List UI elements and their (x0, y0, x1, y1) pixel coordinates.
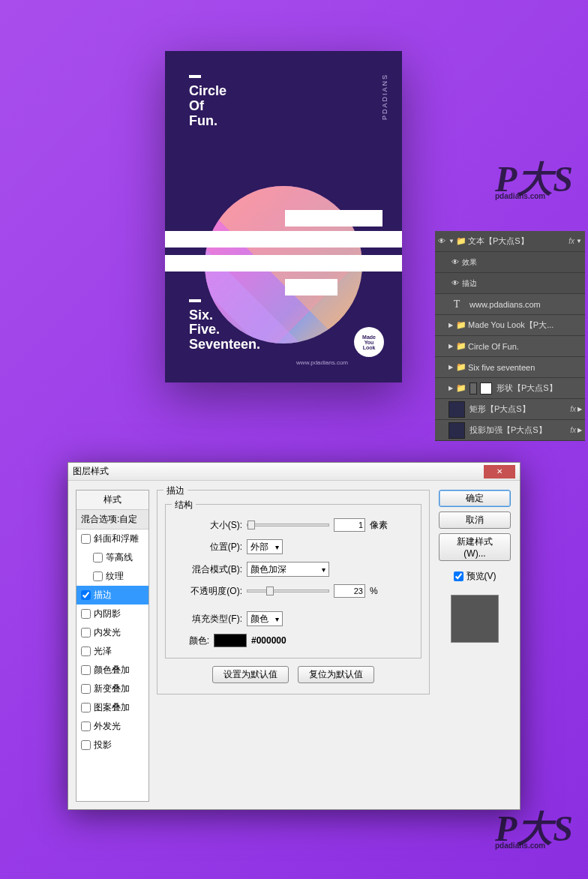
title-line: Of (189, 99, 378, 114)
layer-effects[interactable]: 👁 效果 (435, 252, 585, 273)
fx-badge[interactable]: fx (570, 426, 576, 434)
layer-label: 矩形【P大点S】 (470, 404, 568, 415)
blend-mode-select[interactable]: 颜色加深 (247, 562, 329, 577)
fill-type-label: 填充类型(F): (173, 613, 242, 626)
title-line: Circle (189, 84, 378, 99)
reset-default-button[interactable]: 复位为默认值 (298, 666, 374, 683)
style-item-inner-glow[interactable]: 内发光 (76, 623, 148, 642)
layer-label: 效果 (462, 257, 582, 268)
fx-badge[interactable]: fx (570, 405, 576, 413)
visibility-icon[interactable]: 👁 (452, 279, 462, 287)
white-stripe (165, 255, 402, 272)
blend-mode-row: 混合模式(B): 颜色加深 (173, 562, 413, 577)
folder-icon: 📁 (456, 362, 468, 372)
style-checkbox[interactable] (81, 740, 91, 750)
style-item-satin[interactable]: 光泽 (76, 642, 148, 661)
style-checkbox[interactable] (81, 722, 91, 731)
cancel-button[interactable]: 取消 (439, 512, 511, 529)
size-label: 大小(S): (173, 519, 242, 532)
style-item-stroke[interactable]: 描边 (76, 586, 148, 604)
structure-legend: 结构 (172, 499, 196, 512)
style-item-bevel[interactable]: 斜面和浮雕 (76, 530, 148, 548)
folder-icon: 📁 (456, 341, 468, 351)
style-checkbox[interactable] (93, 553, 103, 562)
fill-type-select[interactable]: 颜色 (247, 611, 283, 626)
color-swatch[interactable] (214, 634, 247, 647)
style-checkbox[interactable] (81, 684, 91, 694)
style-label: 图案叠加 (94, 701, 130, 714)
layer-label: 投影加强【P大点S】 (470, 424, 568, 436)
visibility-icon[interactable]: 👁 (438, 237, 448, 245)
layer-shadow[interactable]: 投影加强【P大点S】 fx ▶ (435, 420, 585, 441)
style-checkbox[interactable] (81, 609, 91, 619)
style-label: 光泽 (94, 645, 112, 658)
style-checkbox[interactable] (81, 703, 91, 712)
poster-badge: Made You Look (354, 327, 384, 357)
layer-folder[interactable]: ▶ 📁 Circle Of Fun. (435, 336, 585, 357)
layer-text[interactable]: T www.pdadians.com (435, 294, 585, 315)
style-label: 内阴影 (94, 608, 121, 620)
size-slider[interactable] (247, 524, 329, 526)
style-item-texture[interactable]: 纹理 (76, 567, 148, 586)
layer-group-text[interactable]: 👁 ▼ 📁 文本【P大点S】 fx ▼ (435, 231, 585, 252)
position-label: 位置(P): (173, 541, 242, 554)
style-checkbox[interactable] (81, 646, 91, 656)
expand-arrow-icon[interactable]: ▶ (448, 385, 456, 392)
color-label: 颜色: (173, 634, 209, 647)
style-checkbox[interactable] (81, 665, 91, 675)
style-item-pattern-overlay[interactable]: 图案叠加 (76, 698, 148, 717)
style-item-contour[interactable]: 等高线 (76, 548, 148, 567)
style-checkbox[interactable] (81, 534, 91, 544)
layer-folder[interactable]: ▶ 📁 Made You Look【P大... (435, 315, 585, 336)
poster-url: www.pdadians.com (296, 359, 348, 366)
style-item-color-overlay[interactable]: 颜色叠加 (76, 661, 148, 680)
layer-stroke-effect[interactable]: 👁 描边 (435, 273, 585, 294)
style-label: 外发光 (94, 720, 121, 733)
position-select[interactable]: 外部 (247, 539, 283, 554)
fx-arrow-icon[interactable]: ▼ (576, 238, 582, 244)
size-unit: 像素 (370, 519, 388, 532)
style-checkbox[interactable] (81, 590, 91, 600)
layer-thumb (448, 401, 465, 418)
expand-arrow-icon[interactable]: ▶ (448, 322, 456, 328)
visibility-icon[interactable]: 👁 (452, 258, 462, 266)
ok-button[interactable]: 确定 (439, 490, 511, 507)
layer-folder[interactable]: ▶ 📁 Six five seventeen (435, 357, 585, 378)
blend-options-item[interactable]: 混合选项:自定 (76, 510, 148, 530)
expand-arrow-icon[interactable]: ▼ (448, 238, 456, 244)
title-line: Fun. (189, 114, 378, 129)
styles-header: 样式 (76, 490, 148, 510)
fx-arrow-icon[interactable]: ▶ (578, 406, 582, 412)
new-style-button[interactable]: 新建样式(W)... (439, 533, 511, 561)
styles-list[interactable]: 样式 混合选项:自定 斜面和浮雕 等高线 纹理 描边 内阴影 内发光 光泽 颜色… (76, 490, 149, 802)
white-stripe (165, 231, 402, 248)
close-button[interactable]: ✕ (484, 465, 515, 478)
dialog-title-text: 图层样式 (73, 465, 109, 478)
style-item-drop-shadow[interactable]: 投影 (76, 736, 148, 754)
expand-arrow-icon[interactable]: ▶ (448, 343, 456, 350)
layer-shape-group[interactable]: ▶ 📁 形状【P大点S】 (435, 378, 585, 399)
panel-legend: 描边 (164, 484, 188, 497)
position-row: 位置(P): 外部 (173, 539, 413, 554)
fx-badge[interactable]: fx (568, 237, 574, 245)
style-item-inner-shadow[interactable]: 内阴影 (76, 604, 148, 623)
text-layer-icon: T (448, 296, 465, 313)
dialog-titlebar[interactable]: 图层样式 ✕ (68, 463, 520, 481)
fx-arrow-icon[interactable]: ▶ (578, 427, 582, 434)
set-default-button[interactable]: 设置为默认值 (212, 666, 289, 683)
expand-arrow-icon[interactable]: ▶ (448, 364, 456, 370)
layers-panel[interactable]: 👁 ▼ 📁 文本【P大点S】 fx ▼ 👁 效果 👁 描边 T www.pdad… (435, 231, 585, 441)
accent-bar (189, 299, 201, 302)
size-input[interactable] (334, 518, 365, 532)
layer-rect[interactable]: 矩形【P大点S】 fx ▶ (435, 399, 585, 420)
title-line: Seventeen. (189, 338, 260, 352)
style-checkbox[interactable] (81, 628, 91, 638)
style-checkbox[interactable] (93, 572, 103, 581)
preview-toggle[interactable]: 预览(V) (454, 570, 496, 583)
poster-side-label: PDADIANS (381, 74, 388, 120)
style-item-gradient-overlay[interactable]: 新变叠加 (76, 680, 148, 698)
style-item-outer-glow[interactable]: 外发光 (76, 717, 148, 736)
preview-checkbox[interactable] (454, 572, 464, 581)
opacity-slider[interactable] (247, 590, 329, 592)
opacity-input[interactable] (334, 584, 365, 598)
